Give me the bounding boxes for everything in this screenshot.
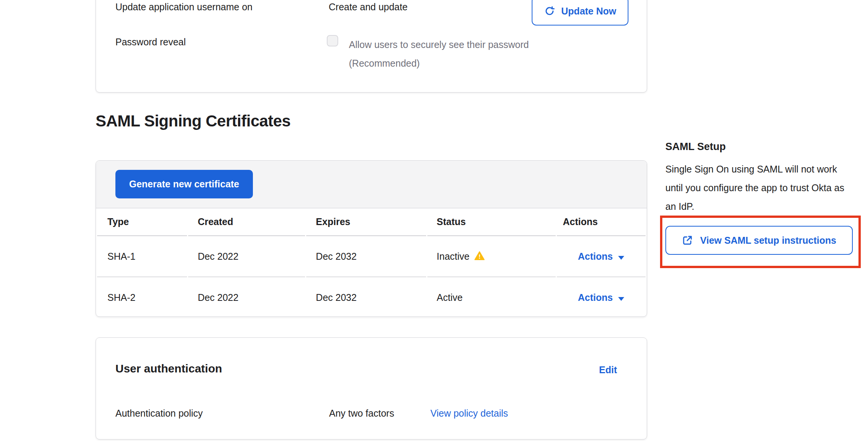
refresh-icon (544, 5, 555, 17)
certificates-table: Type Created Expires Status Actions SHA-… (96, 208, 647, 317)
status-text: Active (437, 292, 463, 303)
column-header-status: Status (427, 208, 556, 236)
cert-expires: Dec 2032 (306, 236, 426, 277)
table-row: SHA-1 Dec 2022 Dec 2032 Inactive (97, 236, 646, 277)
column-header-expires: Expires (306, 208, 426, 236)
checkbox-line-1: Allow users to securely see their passwo… (349, 35, 529, 54)
cert-actions: Actions (557, 236, 646, 277)
cert-created: Dec 2022 (188, 236, 305, 277)
status-text: Inactive (437, 251, 470, 262)
generate-certificate-button[interactable]: Generate new certificate (115, 170, 253, 198)
saml-setup-title: SAML Setup (665, 141, 726, 153)
user-authentication-title: User authentication (115, 362, 222, 375)
password-reveal-label: Password reveal (115, 37, 186, 48)
external-link-icon (682, 235, 693, 246)
page-title: SAML Signing Certificates (96, 112, 291, 130)
certificates-toolbar: Generate new certificate (96, 161, 647, 208)
cert-type: SHA-2 (97, 277, 187, 317)
column-header-type: Type (97, 208, 187, 236)
cert-expires: Dec 2032 (306, 277, 426, 317)
actions-menu-button[interactable]: Actions (578, 251, 624, 262)
username-update-value: Create and update (329, 2, 408, 13)
password-reveal-checkbox[interactable] (327, 35, 338, 46)
view-policy-details-link[interactable]: View policy details (430, 408, 508, 419)
cert-status: Inactive (427, 236, 556, 277)
authentication-policy-label: Authentication policy (115, 408, 203, 419)
update-now-button[interactable]: Update Now (532, 0, 628, 26)
cert-actions: Actions (557, 277, 646, 317)
authentication-policy-value: Any two factors (329, 408, 394, 419)
checkbox-line-2: (Recommended) (349, 54, 529, 73)
saml-setup-description: Single Sign On using SAML will not work … (665, 160, 847, 216)
cert-type: SHA-1 (97, 236, 187, 277)
sign-on-settings-card: Update application username on Create an… (96, 0, 647, 93)
okta-app-sign-on-page: Update application username on Create an… (0, 0, 868, 441)
saml-button-label: View SAML setup instructions (700, 235, 836, 246)
table-row: SHA-2 Dec 2022 Dec 2032 Active Actions (97, 277, 646, 317)
cert-created: Dec 2022 (188, 277, 305, 317)
saml-certificates-panel: Generate new certificate Type Created Ex… (96, 160, 647, 317)
column-header-created: Created (188, 208, 305, 236)
warning-triangle-icon (474, 251, 485, 261)
caret-down-icon (618, 256, 624, 260)
actions-menu-button[interactable]: Actions (578, 292, 624, 303)
username-update-label: Update application username on (115, 2, 253, 13)
cert-status: Active (427, 277, 556, 317)
update-now-label: Update Now (561, 6, 616, 17)
user-authentication-panel: User authentication Edit Authentication … (96, 337, 647, 439)
password-reveal-description: Allow users to securely see their passwo… (349, 35, 529, 73)
actions-label: Actions (578, 251, 613, 262)
actions-label: Actions (578, 292, 613, 303)
column-header-actions: Actions (557, 208, 646, 236)
edit-link[interactable]: Edit (599, 364, 617, 375)
view-saml-setup-instructions-button[interactable]: View SAML setup instructions (665, 226, 853, 255)
caret-down-icon (618, 297, 624, 301)
table-header-row: Type Created Expires Status Actions (97, 208, 646, 236)
